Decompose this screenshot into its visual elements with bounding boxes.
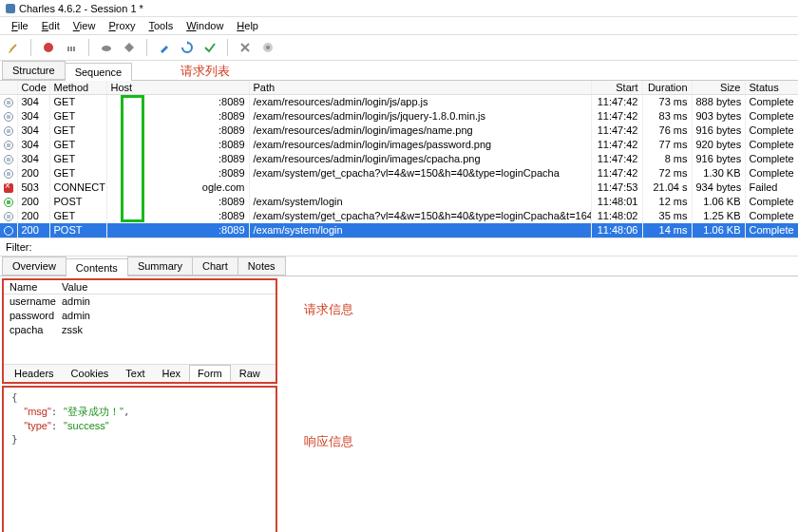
annot-top: 请求列表 [180,63,230,80]
request-subtabs: HeadersCookiesTextHexFormRaw [4,364,276,382]
tab-chart[interactable]: Chart [192,256,238,276]
menu-proxy[interactable]: Proxy [103,19,141,32]
menu-window[interactable]: Window [180,19,229,32]
filter-row: Filter: [0,238,798,256]
table-row[interactable]: 304GET:8089/exam/resources/admin/login/j… [0,95,798,109]
kv-row[interactable]: passwordadmin [4,309,276,323]
turtle-icon[interactable] [99,40,114,55]
tab-sequence[interactable]: Sequence [65,63,133,81]
toolbar [0,34,798,61]
col-host: Host [106,81,249,95]
col-path: Path [249,81,591,95]
filter-label: Filter: [6,241,32,253]
col-size: Size [692,81,745,95]
subtab-raw[interactable]: Raw [231,365,269,382]
tab-overview[interactable]: Overview [2,256,66,276]
subtab-hex[interactable]: Hex [154,365,190,382]
status-icon [4,212,13,221]
table-row[interactable]: 304GET:8089/exam/resources/admin/login/i… [0,138,798,152]
kv-row[interactable]: usernameadmin [4,294,276,309]
status-icon [4,98,13,107]
window-title: Charles 4.6.2 - Session 1 * [19,3,143,14]
table-row[interactable]: 304GET:8089/exam/resources/admin/login/j… [0,109,798,124]
subtab-text[interactable]: Text [117,365,153,382]
detail-tabs: Overview Contents Summary Chart Notes [0,256,798,276]
col-status: Status [745,81,798,95]
breakpoint-icon[interactable] [122,40,137,55]
status-icon [4,183,13,193]
svg-rect-1 [67,47,69,51]
status-icon [4,112,13,122]
request-info-box: NameValue usernameadminpasswordadmincpac… [2,278,277,384]
menu-view[interactable]: View [67,19,102,32]
table-row[interactable]: 200GET:8089/exam/system/get_cpacha?vl=4&… [0,209,798,223]
refresh-icon[interactable] [180,40,195,55]
view-tabs: Structure Sequence 请求列表 [0,61,798,81]
titlebar: Charles 4.6.2 - Session 1 * [0,0,798,17]
status-icon [4,141,13,150]
tab-notes[interactable]: Notes [238,256,286,276]
kv-head-value: Value [56,280,276,294]
tab-contents[interactable]: Contents [66,258,128,276]
request-table: Code Method Host Path Start Duration Siz… [0,81,798,238]
broom-icon[interactable] [6,40,21,55]
menu-edit[interactable]: Edit [36,19,66,32]
check-icon[interactable] [202,40,218,55]
status-icon [4,126,13,136]
col-method: Method [49,81,106,95]
svg-point-4 [102,46,111,51]
subtab-form[interactable]: Form [189,365,231,382]
svg-marker-5 [124,43,134,52]
app-icon [6,4,15,13]
svg-point-0 [44,43,53,52]
menubar[interactable]: File Edit View Proxy Tools Window Help [0,17,798,34]
table-row[interactable]: 200GET:8089/exam/system/get_cpacha?vl=4&… [0,166,798,180]
svg-rect-3 [73,47,75,51]
pencil-icon[interactable] [157,40,172,55]
pause-icon[interactable] [64,40,79,55]
status-icon [4,198,13,207]
svg-rect-2 [70,47,72,51]
response-info-box: { "msg": "登录成功！", "type": "success" } He… [2,386,277,533]
svg-point-8 [266,46,270,49]
col-start: Start [591,81,642,95]
menu-tools[interactable]: Tools [143,19,180,32]
annot-bot: 响应信息 [304,433,353,450]
kv-row[interactable]: cpachazssk [4,323,276,337]
filter-input[interactable] [35,241,415,253]
tools-icon[interactable] [238,40,253,55]
table-header[interactable]: Code Method Host Path Start Duration Siz… [0,81,798,95]
status-icon [4,226,13,236]
table-row[interactable]: 304GET:8089/exam/resources/admin/login/i… [0,124,798,138]
tab-summary[interactable]: Summary [127,256,193,276]
subtab-cookies[interactable]: Cookies [63,365,118,382]
menu-help[interactable]: Help [231,19,264,32]
status-icon [4,155,13,164]
table-row[interactable]: 304GET:8089/exam/resources/admin/login/i… [0,152,798,166]
table-row[interactable]: 503CONNECTogle.com11:47:5321.04 s934 byt… [0,180,798,195]
status-icon [4,169,13,179]
menu-file[interactable]: File [6,19,34,32]
response-body[interactable]: { "msg": "登录成功！", "type": "success" } [4,388,276,450]
col-code: Code [17,81,49,95]
col-duration: Duration [642,81,692,95]
annot-mid: 请求信息 [304,301,353,318]
tab-structure[interactable]: Structure [2,61,66,80]
settings-icon[interactable] [260,40,276,55]
record-icon[interactable] [41,40,56,55]
table-row[interactable]: 200POST:8089/exam/system/login11:48:0614… [0,223,798,238]
kv-head-name: Name [4,280,56,294]
svg-marker-6 [187,41,189,45]
table-row[interactable]: 200POST:8089/exam/system/login11:48:0112… [0,195,798,209]
subtab-headers[interactable]: Headers [6,365,63,382]
